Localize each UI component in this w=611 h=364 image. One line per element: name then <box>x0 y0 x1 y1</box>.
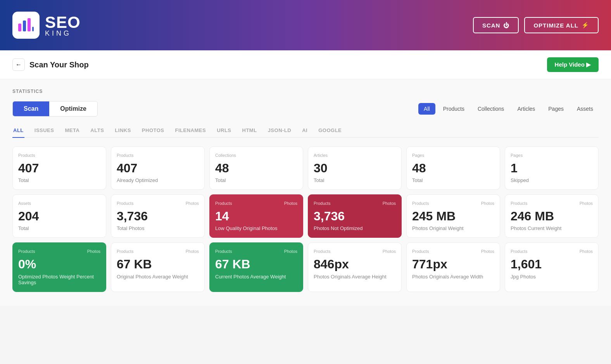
card-subcategory: Photos <box>481 249 494 254</box>
subtab-jsonld[interactable]: JSON-LD <box>267 124 292 138</box>
card-desc: Photos Originals Average Width <box>412 274 494 280</box>
card-value: 67 KB <box>215 258 297 271</box>
scan-tab-button[interactable]: Scan <box>13 101 49 116</box>
card-meta: Products Photos <box>412 201 494 206</box>
card-subcategory: Photos <box>383 201 396 206</box>
stats-label: STATISTICS <box>12 89 599 94</box>
card-meta: Products <box>117 153 199 158</box>
card-meta: Products <box>18 153 100 158</box>
logo-area: SEO KING <box>12 12 81 39</box>
logo-text: SEO KING <box>45 13 81 38</box>
card-desc: Jpg Photos <box>511 274 593 280</box>
stat-original-avg-weight: Products Photos 67 KB Original Photos Av… <box>111 242 205 292</box>
stat-low-quality-photos: Products Photos 14 Low Quality Original … <box>209 194 303 238</box>
subtab-photos[interactable]: PHOTOS <box>141 124 165 138</box>
card-subcategory: Photos <box>580 249 593 254</box>
subtab-issues[interactable]: ISSUES <box>34 124 55 138</box>
card-desc: Total <box>215 177 297 183</box>
controls-row: Scan Optimize All Products Collections A… <box>12 101 599 117</box>
filter-assets[interactable]: Assets <box>571 103 599 115</box>
card-meta: Products Photos <box>511 249 593 254</box>
card-category: Products <box>412 201 429 206</box>
subtab-filenames[interactable]: FILENAMES <box>174 124 207 138</box>
filter-pages[interactable]: Pages <box>543 103 569 115</box>
card-desc: Already Optimized <box>117 177 199 183</box>
page-title: Scan Your Shop <box>29 60 89 69</box>
card-meta: Assets <box>18 201 100 206</box>
filter-all[interactable]: All <box>418 103 435 115</box>
card-meta: Products Photos <box>215 201 297 206</box>
filter-articles[interactable]: Articles <box>512 103 540 115</box>
page-title-area: ← Scan Your Shop <box>12 58 89 71</box>
card-meta: Articles <box>314 153 396 158</box>
card-value: 67 KB <box>117 258 199 271</box>
card-subcategory: Photos <box>87 249 100 254</box>
card-category: Pages <box>412 153 424 158</box>
card-meta: Products Photos <box>511 201 593 206</box>
subtab-urls[interactable]: URLS <box>216 124 232 138</box>
card-desc: Skipped <box>511 177 593 183</box>
header-buttons: SCAN ⏻ OPTIMIZE ALL ⚡ <box>473 17 599 33</box>
scan-button[interactable]: SCAN ⏻ <box>473 17 519 33</box>
subtab-all[interactable]: ALL <box>12 124 24 138</box>
subtab-ai[interactable]: AI <box>301 124 308 138</box>
subtab-alts[interactable]: ALTS <box>90 124 105 138</box>
card-subcategory: Photos <box>186 201 199 206</box>
card-subcategory: Photos <box>580 201 593 206</box>
back-button[interactable]: ← <box>12 58 25 71</box>
scan-optimize-toggle: Scan Optimize <box>12 101 98 117</box>
card-value: 1 <box>511 161 593 175</box>
card-value: 1,601 <box>511 258 593 271</box>
stat-pages-total: Pages 48 Total <box>406 146 500 190</box>
card-desc: Optimized Photos Weight Percent Savings <box>18 274 100 285</box>
card-value: 48 <box>412 161 494 175</box>
optimize-all-button[interactable]: OPTIMIZE ALL ⚡ <box>524 17 599 33</box>
optimize-tab-button[interactable]: Optimize <box>49 101 97 116</box>
card-category: Collections <box>215 153 236 158</box>
card-value: 771px <box>412 258 494 271</box>
filter-collections[interactable]: Collections <box>472 103 509 115</box>
card-category: Products <box>314 249 330 254</box>
stat-photos-original-weight: Products Photos 245 MB Photos Original W… <box>406 194 500 238</box>
subtab-google[interactable]: GOOGLE <box>318 124 342 138</box>
subtab-links[interactable]: LINKS <box>114 124 132 138</box>
card-meta: Products Photos <box>412 249 494 254</box>
stat-avg-width: Products Photos 771px Photos Originals A… <box>406 242 500 292</box>
help-video-button[interactable]: Help Video ▶ <box>547 57 599 72</box>
bolt-icon: ⚡ <box>582 22 589 29</box>
card-category: Products <box>215 201 232 206</box>
card-desc: Low Quality Original Photos <box>215 225 297 231</box>
card-meta: Pages <box>412 153 494 158</box>
stat-jpg-photos: Products Photos 1,601 Jpg Photos <box>505 242 599 292</box>
subtab-meta[interactable]: META <box>64 124 80 138</box>
logo-seo: SEO <box>45 13 81 32</box>
stat-products-total-photos: Products Photos 3,736 Total Photos <box>111 194 205 238</box>
card-subcategory: Photos <box>383 249 396 254</box>
card-category: Pages <box>511 153 523 158</box>
subtab-html[interactable]: HTML <box>242 124 258 138</box>
card-desc: Total <box>314 177 396 183</box>
page-header: ← Scan Your Shop Help Video ▶ <box>0 50 611 79</box>
card-desc: Original Photos Average Weight <box>117 274 199 280</box>
card-value: 0% <box>18 258 100 271</box>
svg-rect-1 <box>23 21 26 31</box>
stat-pages-skipped: Pages 1 Skipped <box>505 146 599 190</box>
card-value: 407 <box>117 161 199 175</box>
stat-photos-not-optimized: Products Photos 3,736 Photos Not Optimiz… <box>308 194 402 238</box>
card-category: Assets <box>18 201 31 206</box>
card-meta: Products Photos <box>215 249 297 254</box>
stat-current-avg-weight: Products Photos 67 KB Current Photos Ave… <box>209 242 303 292</box>
stat-assets-total: Assets 204 Total <box>12 194 106 238</box>
card-value: 407 <box>18 161 100 175</box>
card-value: 30 <box>314 161 396 175</box>
power-icon: ⏻ <box>503 22 509 29</box>
stat-percent-savings: Products Photos 0% Optimized Photos Weig… <box>12 242 106 292</box>
filter-products[interactable]: Products <box>438 103 470 115</box>
card-meta: Products Photos <box>314 201 396 206</box>
card-category: Products <box>18 249 35 254</box>
card-value: 246 MB <box>511 209 593 223</box>
svg-rect-3 <box>32 27 34 31</box>
back-arrow-icon: ← <box>16 61 22 68</box>
stats-section: STATISTICS Scan Optimize All Products Co… <box>0 79 611 306</box>
card-meta: Products Photos <box>314 249 396 254</box>
